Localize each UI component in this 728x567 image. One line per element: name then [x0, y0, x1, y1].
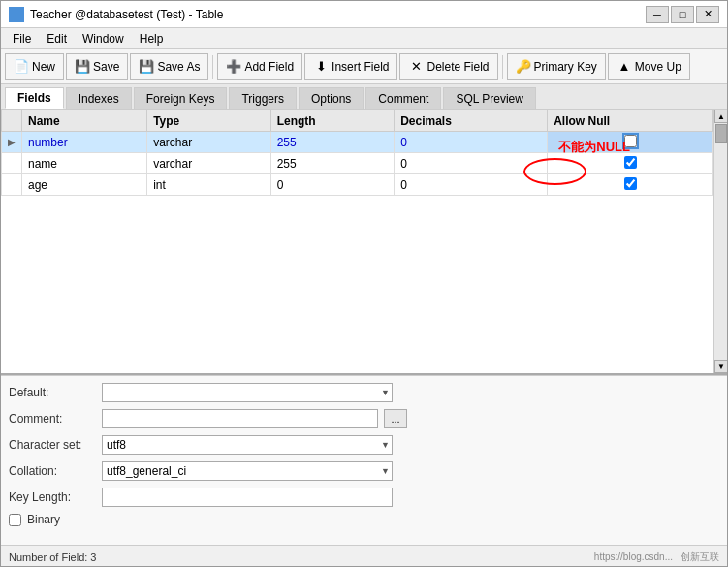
field-decimals: 0 — [395, 174, 548, 196]
field-decimals: 0 — [395, 153, 548, 174]
primary-key-icon: 🔑 — [516, 59, 531, 75]
col-length: Length — [270, 110, 394, 132]
app-icon — [9, 7, 24, 22]
row-indicator — [2, 174, 22, 196]
save-button[interactable]: 💾 Save — [66, 53, 128, 80]
insert-field-icon: ⬇ — [313, 59, 329, 75]
keylength-input[interactable] — [102, 488, 393, 507]
field-type: int — [147, 174, 271, 196]
primary-key-button[interactable]: 🔑 Primary Key — [507, 53, 606, 80]
add-field-label: Add Field — [244, 60, 294, 74]
delete-field-button[interactable]: ✕ Delete Field — [399, 53, 497, 80]
field-name: age — [22, 174, 147, 196]
field-length: 255 — [270, 153, 394, 174]
save-as-button[interactable]: 💾 Save As — [130, 53, 208, 80]
col-type: Type — [147, 110, 271, 132]
charset-select-wrap: utf8 utf8mb4 latin1 ▼ — [102, 435, 393, 455]
title-bar: Teacher @databasetest (Test) - Table ─ □… — [1, 1, 727, 28]
menu-edit[interactable]: Edit — [39, 30, 75, 47]
field-length: 0 — [270, 174, 394, 196]
allow-null-checkbox[interactable] — [624, 177, 637, 190]
scrollbar-thumb[interactable] — [715, 124, 727, 143]
menu-bar: File Edit Window Help — [1, 28, 727, 49]
save-as-label: Save As — [157, 60, 200, 74]
save-label: Save — [93, 60, 119, 74]
add-field-button[interactable]: ➕ Add Field — [217, 53, 302, 80]
table-header-row: Name Type Length Decimals Allow Null — [2, 110, 713, 132]
delete-field-label: Delete Field — [427, 60, 489, 74]
move-up-button[interactable]: ▲ Move Up — [608, 53, 690, 80]
annotation-text: 不能为NULL — [558, 139, 630, 156]
insert-field-button[interactable]: ⬇ Insert Field — [304, 53, 397, 80]
field-name: name — [22, 153, 147, 174]
table-row[interactable]: ageint00 — [2, 174, 713, 196]
scrollbar-track[interactable] — [714, 123, 727, 360]
minimize-button[interactable]: ─ — [646, 6, 669, 23]
vertical-scrollbar[interactable]: ▲ ▼ — [713, 110, 727, 373]
close-button[interactable]: ✕ — [696, 6, 719, 23]
col-indicator — [2, 110, 22, 132]
website-text: https://blog.csdn... — [594, 551, 673, 562]
field-name: number — [22, 132, 147, 153]
new-icon: 📄 — [14, 59, 29, 75]
insert-field-label: Insert Field — [332, 60, 389, 74]
properties-area: Default: ▼ Comment: ... Character set: u… — [1, 375, 727, 545]
default-row: Default: ▼ — [9, 382, 719, 403]
save-as-icon: 💾 — [139, 59, 154, 75]
tab-triggers[interactable]: Triggers — [229, 87, 297, 109]
default-select-wrap: ▼ — [102, 383, 393, 402]
collation-select[interactable]: utf8_general_ci utf8_unicode_ci utf8_bin — [102, 461, 393, 481]
brand-text: 创新互联 — [681, 551, 719, 564]
comment-input[interactable] — [102, 409, 378, 428]
scrollbar-down-btn[interactable]: ▼ — [714, 360, 727, 373]
col-allow-null: Allow Null — [548, 110, 713, 132]
table-area: 不能为NULL Name Type Length Decimals Allow … — [1, 110, 727, 375]
charset-select[interactable]: utf8 utf8mb4 latin1 — [102, 435, 393, 455]
col-name: Name — [22, 110, 147, 132]
menu-window[interactable]: Window — [75, 30, 132, 47]
tab-sql-preview[interactable]: SQL Preview — [443, 87, 536, 109]
tab-comment[interactable]: Comment — [365, 87, 441, 109]
window-controls: ─ □ ✕ — [646, 6, 719, 23]
save-icon: 💾 — [75, 59, 90, 75]
status-right: https://blog.csdn... 创新互联 — [594, 551, 719, 564]
allow-null-checkbox[interactable] — [624, 156, 637, 169]
col-decimals: Decimals — [395, 110, 548, 132]
binary-row: Binary — [9, 513, 719, 526]
tab-fields[interactable]: Fields — [5, 87, 64, 109]
main-content: 不能为NULL Name Type Length Decimals Allow … — [1, 110, 727, 545]
comment-label: Comment: — [9, 412, 96, 425]
binary-label: Binary — [27, 513, 60, 526]
field-decimals: 0 — [395, 132, 548, 153]
menu-file[interactable]: File — [5, 30, 39, 47]
move-up-label: Move Up — [635, 60, 681, 74]
menu-help[interactable]: Help — [132, 30, 172, 47]
comment-row: Comment: ... — [9, 408, 719, 429]
add-field-icon: ➕ — [226, 59, 241, 75]
delete-field-icon: ✕ — [408, 59, 424, 75]
toolbar: 📄 New 💾 Save 💾 Save As ➕ Add Field ⬇ Ins… — [1, 49, 727, 84]
new-label: New — [32, 60, 55, 74]
keylength-row: Key Length: — [9, 487, 719, 508]
row-indicator: ▶ — [2, 132, 22, 153]
new-button[interactable]: 📄 New — [5, 53, 64, 80]
toolbar-sep2 — [502, 55, 503, 79]
collation-label: Collation: — [9, 464, 96, 478]
maximize-button[interactable]: □ — [671, 6, 694, 23]
comment-dots-button[interactable]: ... — [384, 409, 407, 428]
collation-row: Collation: utf8_general_ci utf8_unicode_… — [9, 460, 719, 482]
toolbar-sep1 — [212, 55, 213, 79]
field-allow-null[interactable] — [548, 174, 713, 196]
scrollbar-up-btn[interactable]: ▲ — [714, 110, 727, 123]
binary-checkbox[interactable] — [9, 514, 21, 526]
move-up-icon: ▲ — [617, 59, 632, 75]
tab-options[interactable]: Options — [299, 87, 364, 109]
keylength-label: Key Length: — [9, 490, 96, 504]
tab-foreign-keys[interactable]: Foreign Keys — [134, 87, 228, 109]
default-select[interactable] — [102, 383, 393, 402]
collation-select-wrap: utf8_general_ci utf8_unicode_ci utf8_bin… — [102, 461, 393, 481]
charset-row: Character set: utf8 utf8mb4 latin1 ▼ — [9, 434, 719, 456]
primary-key-label: Primary Key — [534, 60, 597, 74]
tab-indexes[interactable]: Indexes — [66, 87, 132, 109]
field-type: varchar — [147, 153, 271, 174]
